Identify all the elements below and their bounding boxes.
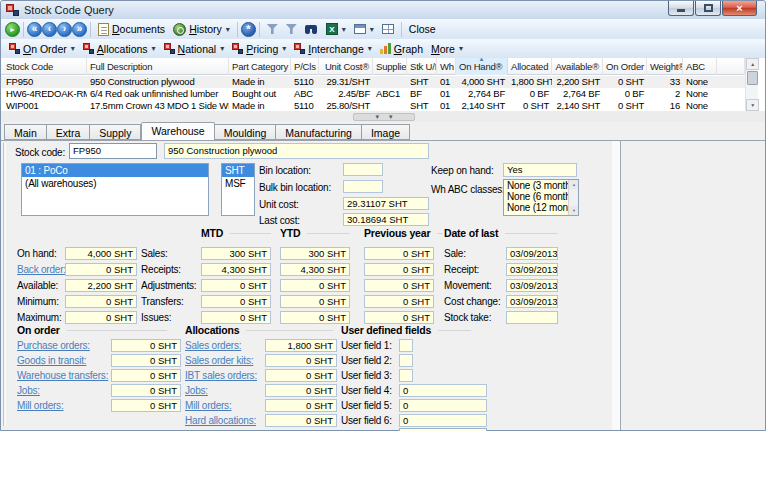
scrollbar-thumb[interactable] — [747, 71, 758, 85]
unit-of-measure-listbox[interactable]: SHT MSF — [221, 163, 255, 216]
allocations-mill-orders-field[interactable]: 0 SHT — [265, 399, 337, 412]
last-cost-field[interactable]: 30.18694 SHT — [343, 213, 429, 226]
goods-in-transit-link[interactable]: Goods in transit: — [17, 355, 86, 366]
interchange-menu-button[interactable]: Interchange ▾ — [290, 42, 375, 56]
user-field-4-input[interactable]: 0 — [399, 384, 487, 397]
last-cost-change-field[interactable]: 03/09/2013 — [506, 295, 558, 308]
more-menu-button[interactable]: More ▾ — [427, 42, 467, 56]
bulk-bin-location-field[interactable] — [343, 180, 383, 193]
mill-orders-field[interactable]: 0 SHT — [111, 399, 181, 412]
column-header-abc[interactable]: ABC — [683, 58, 717, 75]
warehouse-list-item[interactable]: (All warehouses) — [22, 177, 208, 190]
tab-manufacturing[interactable]: Manufacturing — [276, 124, 362, 140]
ibt-sales-orders-link[interactable]: IBT sales orders: — [185, 370, 257, 381]
window-layout-button[interactable]: ▾ — [350, 23, 378, 35]
column-header-wh[interactable]: Wh — [437, 58, 456, 75]
receipts-previous-year-field[interactable]: 0 SHT — [364, 263, 434, 276]
last-movement-field[interactable]: 03/09/2013 — [506, 279, 558, 292]
last-stock-take-field[interactable] — [506, 311, 558, 324]
tab-extra[interactable]: Extra — [47, 124, 91, 140]
documents-button[interactable]: Documents — [94, 22, 169, 37]
table-row[interactable]: FP950950 Construction plywood Made in511… — [1, 76, 745, 88]
issues-mtd-field[interactable]: 0 SHT — [201, 311, 271, 324]
goods-in-transit-field[interactable]: 0 SHT — [111, 354, 181, 367]
mill-orders-link[interactable]: Mill orders: — [17, 400, 64, 411]
column-header-weight[interactable]: Weight® — [647, 58, 683, 75]
wh-abc-classes-listbox[interactable]: None (3 month) None (6 month) None (12 m… — [503, 179, 579, 216]
allocations-mill-orders-link[interactable]: Mill orders: — [185, 400, 232, 411]
splitter-handle[interactable]: ▾ ▾ — [353, 113, 415, 121]
purchase-orders-link[interactable]: Purchase orders: — [17, 340, 90, 351]
issues-previous-year-field[interactable]: 0 SHT — [364, 311, 434, 324]
grid-view-button[interactable] — [378, 23, 398, 35]
jobs-field[interactable]: 0 SHT — [111, 384, 181, 397]
column-header-available[interactable]: Available® — [552, 58, 603, 75]
left-grip[interactable] — [3, 143, 6, 426]
column-header-pcls[interactable]: P/Cls — [291, 58, 319, 75]
scroll-down-button[interactable]: ▼ — [746, 99, 759, 111]
allocations-jobs-link[interactable]: Jobs: — [185, 385, 208, 396]
close-window-button[interactable]: × — [722, 1, 757, 16]
history-button[interactable]: History ▾ — [169, 22, 234, 37]
user-field-5-input[interactable]: 0 — [399, 399, 487, 412]
column-header-unit-cost[interactable]: Unit Cost® — [319, 58, 373, 75]
options-button[interactable]: * — [241, 22, 256, 37]
keep-on-hand-field[interactable]: Yes — [503, 163, 577, 177]
tab-moulding[interactable]: Moulding — [215, 124, 277, 140]
warehouse-transfers-field[interactable]: 0 SHT — [111, 369, 181, 382]
first-record-button[interactable]: « — [27, 22, 42, 37]
column-header-on-order[interactable]: On Order — [603, 58, 647, 75]
adjustments-previous-year-field[interactable]: 0 SHT — [364, 279, 434, 292]
abc-class-item[interactable]: None (3 month) — [504, 180, 578, 191]
title-bar[interactable]: Stock Code Query × — [1, 1, 765, 19]
sales-previous-year-field[interactable]: 0 SHT — [364, 247, 434, 260]
minimize-button[interactable] — [668, 1, 694, 16]
stock-description-field[interactable]: 950 Construction plywood — [164, 143, 429, 159]
minimum-field[interactable]: 0 SHT — [65, 295, 137, 308]
scroll-down-icon[interactable]: ▼ — [569, 206, 579, 215]
ibt-sales-orders-field[interactable]: 0 SHT — [265, 369, 337, 382]
back-order-field[interactable]: 0 SHT — [65, 263, 137, 276]
column-header-full-description[interactable]: Full Description — [87, 58, 229, 75]
hard-allocations-field[interactable]: 0 SHT — [265, 414, 337, 427]
table-row[interactable]: HW6-4REDOAK-RM6/4 Red oak unfinnished lu… — [1, 88, 745, 100]
grid-vertical-scrollbar[interactable]: ▲ ▼ — [745, 58, 758, 111]
warehouse-listbox[interactable]: 01 : PoCo (All warehouses) — [21, 163, 209, 216]
warehouse-list-item[interactable]: 01 : PoCo — [22, 164, 208, 177]
vertical-pane-divider[interactable] — [612, 141, 621, 430]
hard-allocations-link[interactable]: Hard allocations: — [185, 415, 256, 426]
filter-button[interactable] — [263, 23, 282, 35]
bin-location-field[interactable] — [343, 163, 383, 176]
uom-list-item[interactable]: SHT — [222, 164, 254, 177]
uom-list-item[interactable]: MSF — [222, 177, 254, 190]
stock-code-input[interactable]: FP950 — [69, 143, 157, 159]
maximize-button[interactable] — [695, 1, 721, 16]
sales-mtd-field[interactable]: 300 SHT — [201, 247, 271, 260]
allocations-jobs-field[interactable]: 0 SHT — [265, 384, 337, 397]
scroll-up-icon[interactable]: ▲ — [569, 180, 579, 189]
listbox-scrollbar[interactable]: ▲ ▼ — [568, 180, 578, 215]
export-excel-button[interactable]: X ▾ — [322, 22, 350, 36]
transfers-previous-year-field[interactable]: 0 SHT — [364, 295, 434, 308]
sales-orders-field[interactable]: 1,800 SHT — [265, 339, 337, 352]
scroll-up-button[interactable]: ▲ — [746, 58, 759, 70]
column-header-stk-um[interactable]: Stk U/M — [407, 58, 437, 75]
edit-filter-button[interactable] — [282, 23, 301, 35]
column-header-part-category[interactable]: Part Category — [229, 58, 291, 75]
search-button[interactable] — [301, 24, 322, 35]
on-order-menu-button[interactable]: On Order ▾ — [5, 42, 79, 56]
receipts-ytd-field[interactable]: 4,300 SHT — [280, 263, 350, 276]
user-field-1-input[interactable] — [399, 339, 413, 352]
next-record-button[interactable]: › — [57, 22, 72, 37]
transfers-ytd-field[interactable]: 0 SHT — [280, 295, 350, 308]
sales-orders-link[interactable]: Sales orders: — [185, 340, 241, 351]
tab-main[interactable]: Main — [4, 124, 47, 140]
available-field[interactable]: 2,200 SHT — [65, 279, 137, 292]
abc-class-item[interactable]: None (6 month) — [504, 191, 578, 202]
user-field-6-input[interactable]: 0 — [399, 414, 487, 427]
last-sale-field[interactable]: 03/09/2013 — [506, 247, 558, 260]
abc-class-item[interactable]: None (12 month) — [504, 202, 578, 213]
purchase-orders-field[interactable]: 0 SHT — [111, 339, 181, 352]
submit-button[interactable]: ► — [5, 22, 20, 37]
column-header-allocated[interactable]: Allocated — [508, 58, 552, 75]
